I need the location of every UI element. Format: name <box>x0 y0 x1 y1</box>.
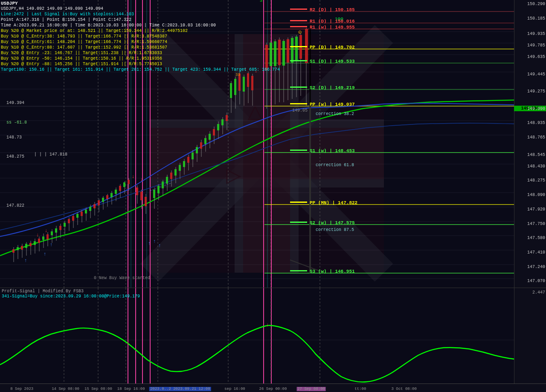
price-info: USDJPY,H4 149.092 149.09 149.090 149.094 <box>1 6 280 12</box>
svg-rect-67 <box>29 243 32 246</box>
price-label-1: 150.290 <box>527 2 545 6</box>
svg-rect-71 <box>38 239 40 243</box>
svg-rect-171 <box>230 83 232 98</box>
svg-rect-83 <box>64 223 66 227</box>
svg-rect-73 <box>42 236 44 240</box>
svg-text:R1 (D)  |  150.016: R1 (D) | 150.016 <box>310 19 355 24</box>
price-label-4: 149.635 <box>527 55 545 59</box>
time-label-3: 15 Sep 08:00 <box>84 387 112 391</box>
svg-rect-97 <box>72 216 74 221</box>
svg-rect-227 <box>290 103 307 104</box>
price-label-10: 148.545 <box>527 153 545 157</box>
indicator-axis: 2.447 0.00 <box>514 288 546 392</box>
svg-rect-236 <box>290 222 307 223</box>
svg-rect-141 <box>166 177 168 184</box>
price-label-5: 149.445 <box>527 72 545 77</box>
svg-rect-95 <box>68 219 70 223</box>
price-label-19: 147.070 <box>527 279 545 283</box>
svg-text:⊙: ⊙ <box>298 29 302 36</box>
svg-text:S1 (w)  |  148.453: S1 (w) | 148.453 <box>310 148 355 153</box>
svg-rect-221 <box>290 46 307 47</box>
svg-text:↓: ↓ <box>36 232 39 238</box>
price-label-r2: 150.185 <box>527 16 545 21</box>
buy-info-2: Buy %10 @ C_Entry:38: 148.793 || Target:… <box>1 34 280 39</box>
buy-info-7: Buy %20 @ Entry -88: 145.256 || Target:1… <box>1 61 280 67</box>
svg-rect-159 <box>204 138 206 144</box>
time-label-6: sep 16:00 <box>224 387 245 391</box>
price-label-15: 147.750 <box>527 222 545 226</box>
svg-text:↓: ↓ <box>140 177 143 183</box>
ind-axis-label-top: 2.447 <box>532 290 545 295</box>
price-label-11: 148.430 <box>527 164 545 169</box>
buy-info-1: Buy %20 @ Market price or at: 148.521 ||… <box>1 28 280 34</box>
svg-rect-129 <box>145 197 147 206</box>
svg-rect-169 <box>226 115 228 121</box>
svg-text:ss -61.8: ss -61.8 <box>6 120 27 125</box>
svg-rect-143 <box>170 173 172 179</box>
price-label-13: 148.090 <box>527 193 545 197</box>
svg-rect-239 <box>290 270 307 271</box>
time-label-7: 26 Sep 00:00 <box>259 387 287 391</box>
time-label-10: 3 Oct 08:00 <box>391 387 416 391</box>
svg-text:↑: ↑ <box>158 243 161 249</box>
svg-rect-177 <box>243 77 245 92</box>
svg-text:0  New Buy Wave started: 0 New Buy Wave started <box>94 276 150 280</box>
svg-rect-147 <box>179 165 181 171</box>
svg-rect-231 <box>290 150 307 151</box>
time-axis: 8 Sep 2023 14 Sep 08:00 15 Sep 08:00 18 … <box>0 383 546 392</box>
svg-text:↓: ↓ <box>44 228 47 234</box>
svg-rect-215 <box>290 9 307 10</box>
svg-rect-79 <box>55 228 57 233</box>
svg-text:PP (w)  |  149.037: PP (w) | 149.037 <box>310 102 355 107</box>
svg-text:↑: ↑ <box>148 241 151 247</box>
svg-text:R1 (w)  |  149.955: R1 (w) | 149.955 <box>310 25 355 30</box>
svg-text:↓: ↓ <box>131 174 134 180</box>
svg-text:S2 (D)  |  149.219: S2 (D) | 149.219 <box>310 85 355 90</box>
main-chart: USDJPY USDJPY,H4 149.092 149.09 149.090 … <box>0 0 531 288</box>
time-label-4: 18 Sep 16:00 <box>117 387 145 391</box>
svg-rect-195 <box>282 41 285 66</box>
header-info: USDJPY USDJPY,H4 149.092 149.09 149.090 … <box>1 1 280 72</box>
svg-rect-109 <box>98 200 100 205</box>
svg-text:↑: ↑ <box>43 251 46 257</box>
indicator-signal: 341-Signal=Buy since:2023.09.29 16:00:00… <box>2 294 140 299</box>
svg-rect-61 <box>17 247 19 250</box>
time-label-2: 14 Sep 08:00 <box>52 387 79 391</box>
svg-rect-65 <box>25 244 27 248</box>
price-label-18: 147.240 <box>527 265 545 269</box>
price-label-6: 149.275 <box>527 89 545 94</box>
svg-rect-59 <box>12 249 15 253</box>
svg-rect-179 <box>247 73 249 87</box>
svg-text:149.05: 149.05 <box>292 108 308 113</box>
svg-rect-151 <box>187 157 189 163</box>
svg-rect-136 <box>162 182 164 188</box>
svg-rect-121 <box>123 182 125 187</box>
target-info: Target100: 150.16 || Target 161: 151.914… <box>1 67 280 72</box>
price-label-8: 148.935 <box>527 121 545 125</box>
svg-rect-161 <box>209 134 211 140</box>
svg-rect-197 <box>287 39 289 63</box>
time-label-8: 27 Sep 08:00 <box>296 387 326 391</box>
price-label-12: 148.275 <box>527 178 545 183</box>
buy-info-3: Buy %10 @ C_Entry:61: 148.204 || Target:… <box>1 39 280 45</box>
svg-rect-157 <box>200 142 202 149</box>
svg-rect-81 <box>59 226 61 230</box>
time-label-9: tt:00 <box>354 387 366 391</box>
svg-rect-165 <box>217 124 219 130</box>
svg-text:147.822: 147.822 <box>6 203 24 208</box>
price-label-7: 149.090 <box>527 107 545 111</box>
svg-text:S1 (D)  |  149.533: S1 (D) | 149.533 <box>310 59 355 64</box>
price-label-16: 147.580 <box>527 236 545 240</box>
svg-rect-111 <box>102 198 104 202</box>
svg-rect-225 <box>290 86 307 88</box>
svg-rect-115 <box>110 193 113 197</box>
svg-text:correction 87.5: correction 87.5 <box>316 228 354 232</box>
svg-rect-105 <box>89 207 91 211</box>
price-axis: 149.094 150.290 150.185 149.935 149.785 … <box>514 0 546 288</box>
svg-text:correction 38.2: correction 38.2 <box>316 112 354 116</box>
svg-rect-219 <box>290 26 307 27</box>
svg-text:149.394: 149.394 <box>6 101 24 105</box>
svg-rect-75 <box>46 234 49 239</box>
price-label-2: 149.935 <box>527 32 545 36</box>
buy-info-5: Buy %20 @ Entry -23: 146.767 || Target:1… <box>1 50 280 56</box>
